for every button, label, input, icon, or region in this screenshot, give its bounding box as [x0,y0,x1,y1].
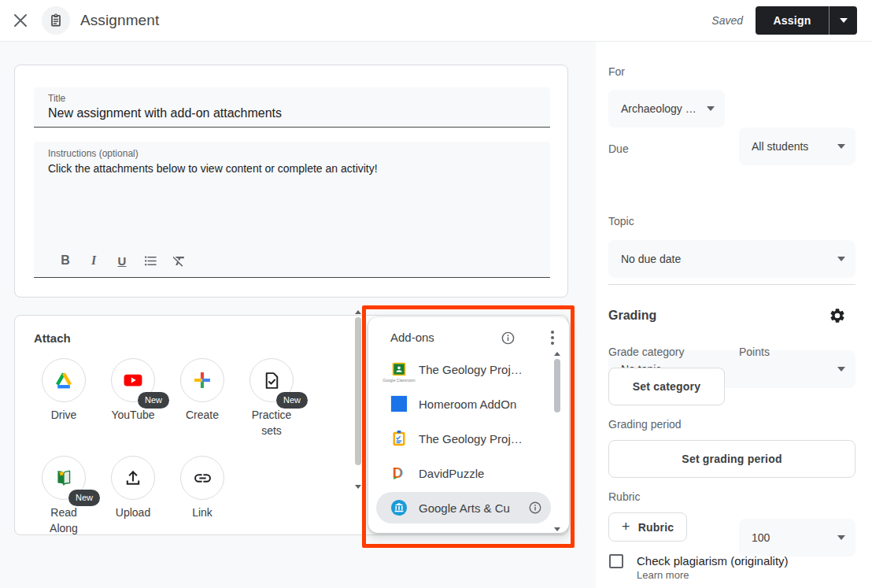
grading-settings-button[interactable] [828,306,847,325]
attach-read-along-button[interactable]: New Read Along [29,456,98,536]
addons-menu-button[interactable] [543,328,562,347]
new-badge: New [68,490,100,506]
attach-youtube-button[interactable]: New YouTube [98,358,168,423]
chevron-down-icon [837,144,845,149]
addon-row-arts-culture[interactable]: Google Arts & Cu [376,492,551,523]
title-field-label: Title [48,93,536,104]
homeroom-addon-icon [390,394,408,413]
instructions-field-value: Click the attachments below to view cont… [48,162,536,175]
due-date-select[interactable]: No due date [608,240,855,278]
arts-culture-icon [390,498,408,517]
set-grading-period-button[interactable]: Set grading period [608,440,855,478]
addon-row-geology-1[interactable]: Google Classroom The Geology Proj… [376,353,551,385]
grading-period-label: Grading period [608,418,682,431]
scrollbar-thumb[interactable] [554,359,560,412]
scroll-up-icon[interactable] [355,310,361,314]
scroll-down-icon[interactable] [355,485,361,489]
italic-button[interactable]: I [79,251,108,270]
youtube-icon [122,369,144,391]
points-label: Points [739,346,770,358]
chevron-down-icon [837,367,845,372]
gear-icon [829,307,846,324]
bulleted-list-icon [143,253,158,268]
rubric-label: Rubric [608,490,640,503]
info-icon [501,331,515,346]
addon-row-davidpuzzle[interactable]: D DavidPuzzle [376,457,551,489]
chevron-down-icon [837,257,845,261]
instructions-field-label: Instructions (optional) [48,148,536,159]
attach-panel-scrollbar[interactable] [353,309,363,490]
learn-more-link[interactable]: Learn more [637,569,689,581]
addon-info-button[interactable] [526,498,545,517]
clipboard-icon [48,13,64,28]
class-select[interactable]: Archaeology … [608,90,725,128]
saved-status: Saved [711,14,743,27]
assignment-type-icon [42,6,70,35]
info-icon [528,501,542,515]
practice-sets-icon [262,371,282,390]
attach-heading: Attach [34,331,71,345]
format-toolbar: B I U [51,251,193,270]
close-button[interactable] [9,9,31,31]
bold-button[interactable]: B [51,251,79,270]
assign-split-button: Assign [756,6,857,35]
plagiarism-checkbox[interactable] [609,554,623,568]
assign-dropdown-button[interactable] [829,6,857,35]
topic-label: Topic [608,215,634,227]
top-bar: Assignment Saved Assign [0,0,872,42]
upload-icon [124,468,142,487]
link-icon [193,468,212,488]
new-badge: New [276,392,308,409]
davidpuzzle-icon: D [390,464,408,483]
divider [608,284,855,285]
topbar-actions: Saved Assign [711,6,857,35]
attach-upload-button[interactable]: Upload [98,456,168,520]
scrollbar-thumb[interactable] [355,317,361,465]
grading-heading: Grading [608,309,656,323]
create-plus-icon [192,370,212,390]
grade-category-label: Grade category [608,346,685,358]
bulleted-list-button[interactable] [136,251,164,270]
students-select[interactable]: All students [739,128,855,165]
plagiarism-label: Check plagiarism (originality) [637,554,789,568]
attach-practice-sets-button[interactable]: New Practice sets [237,358,306,438]
addons-scrollbar[interactable] [552,350,562,533]
attach-link-button[interactable]: Link [168,456,237,520]
underline-button[interactable]: U [108,251,136,270]
attach-create-button[interactable]: Create [168,358,237,423]
addon-row-homeroom[interactable]: Homeroom AddOn [376,388,551,420]
close-icon [13,13,28,28]
clear-formatting-button[interactable] [164,251,193,270]
read-along-icon [54,468,74,488]
drive-icon [54,370,74,390]
assign-button[interactable]: Assign [756,6,829,35]
addons-title: Add-ons [390,331,434,344]
chevron-down-icon [840,18,848,23]
instructions-field[interactable]: Instructions (optional) Click the attach… [34,142,550,278]
set-category-button[interactable]: Set category [608,368,725,405]
points-select[interactable]: 100 [739,519,855,557]
clear-formatting-icon [172,253,187,268]
settings-sidebar: For Archaeology … All students Due No du… [596,42,872,588]
new-badge: New [138,392,169,409]
addon-row-geology-2[interactable]: The Geology Proj… [376,423,551,454]
assignment-form-card: Title New assignment with add-on attachm… [14,65,568,298]
page-title: Assignment [80,12,159,29]
addons-popup: Add-ons Google Classroom The Geology [368,317,569,533]
addons-info-button[interactable] [498,328,517,347]
kebab-icon [551,331,554,345]
due-label: Due [608,142,629,155]
for-label: For [608,65,625,78]
assignment-editor: Assignment Saved Assign Title New assign… [0,0,872,588]
add-rubric-button[interactable]: + Rubric [608,512,687,542]
chevron-down-icon [707,106,715,111]
scroll-up-icon[interactable] [554,352,560,356]
attach-drive-button[interactable]: Drive [29,358,98,423]
scroll-down-icon[interactable] [554,527,560,531]
classroom-addon-icon: Google Classroom [390,360,408,379]
title-field-value: New assignment with add-on attachments [48,106,536,120]
plus-icon: + [622,519,630,535]
clipboard-addon-icon [390,429,408,448]
chevron-down-icon [837,535,845,540]
title-field[interactable]: Title New assignment with add-on attachm… [34,87,550,128]
